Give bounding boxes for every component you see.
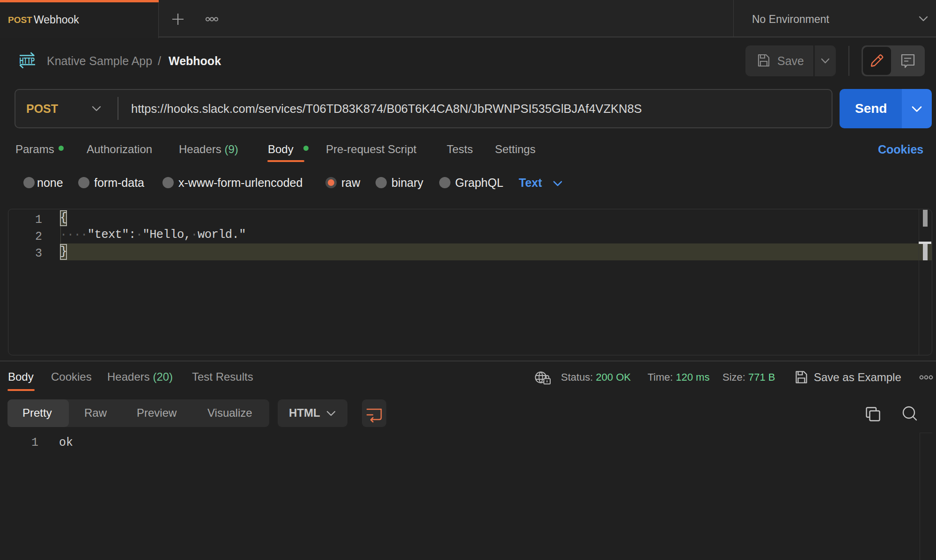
svg-text:HTTP: HTTP [20,56,35,66]
